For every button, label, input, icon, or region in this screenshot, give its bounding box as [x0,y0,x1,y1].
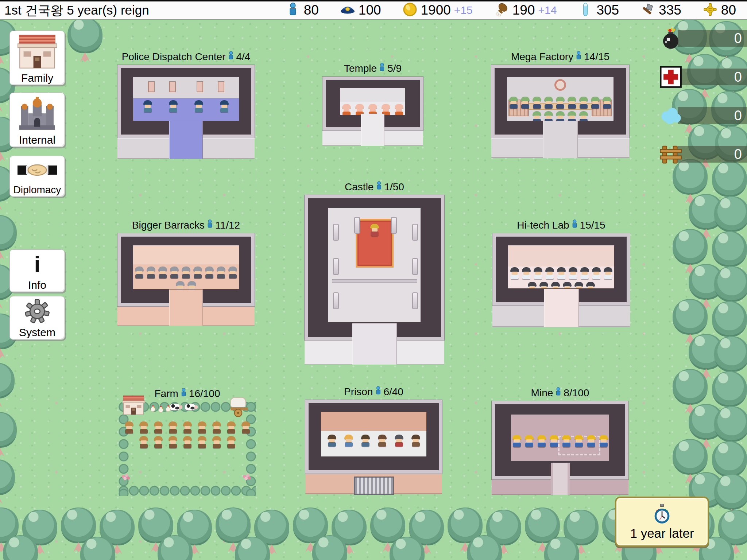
tree-decoration [544,537,579,560]
unit-farmer [241,421,251,434]
resource-food: 190+14 [494,3,557,18]
reign-title: 1st 건국왕 5 year(s) reign [0,2,149,19]
unit-face [160,271,166,274]
unit-face [557,116,563,119]
unit-body [395,112,403,115]
building-label: Police Dispatch Center4/4 [122,51,251,63]
unit-prisoner [344,435,353,447]
unit-body [169,444,177,448]
unit-soldier [193,267,202,279]
unit-face [546,116,551,119]
unit-face [196,105,202,108]
status-bar: 0 [678,69,747,85]
unit-rows [321,435,426,447]
unit-farmer [197,436,207,449]
sidebar-button-internal[interactable]: Internal [9,93,65,147]
unit-prisoner [378,435,387,447]
sidebar-button-diplomacy[interactable]: Diplomacy [9,156,65,197]
building-count: 16/100 [189,388,220,400]
unit-body [569,275,577,279]
unit-row [135,100,237,113]
unit-body [242,429,250,433]
unit-monk [381,104,391,115]
sidebar-label: System [19,327,55,338]
unit-miner [537,435,546,448]
building-hi-tech-lab[interactable]: Hi-tech Lab15/15 [492,233,630,327]
unit-body [550,443,558,447]
top-bar: 1st 건국왕 5 year(s) reign 801001900+15190+… [0,0,747,20]
building-temple[interactable]: Temple5/9 [322,77,423,146]
unit-body [562,443,570,447]
unit-body [328,442,336,447]
building-entrance [352,323,397,365]
resource-value: 80 [721,3,736,18]
unit-body [205,274,213,279]
unit-face [189,285,195,289]
unit-prisoner [394,435,404,447]
unit-face [564,439,569,443]
building-police-dispatch-center[interactable]: Police Dispatch Center4/4 [117,65,255,159]
status-fence: 0 [659,142,747,166]
unit-police [143,100,152,113]
sidebar-label: Diplomacy [13,184,61,195]
tree-decoration [80,537,115,560]
unit-body [575,443,583,447]
building-mine[interactable]: Mine8/100 [492,401,628,495]
building-name: Mega Factory [511,51,573,63]
resource-gold: 1900+15 [402,3,473,18]
unit-face [557,101,563,104]
unit-face [214,440,220,444]
unit-rows [119,421,256,449]
building-wall [321,412,426,431]
farm-bushes-left [119,402,129,496]
unit-body [183,444,191,448]
unit-body [568,104,576,109]
building-entrance [361,114,384,146]
pillar-icon [333,258,339,275]
building-mega-factory[interactable]: Mega Factory14/15 [491,65,629,158]
unit-soldier [170,267,179,279]
unit-worker [520,97,530,109]
person-count-icon [375,386,381,398]
sidebar-button-info[interactable]: iInfo [9,249,65,292]
unit-face [243,426,249,429]
unit-farmer [168,436,178,449]
status-water: 0 [659,104,747,128]
building-label: Castle1/50 [345,181,404,193]
unit-body [513,443,521,447]
building-prison[interactable]: Prison6/40 [305,400,442,494]
building-farm[interactable]: Farm16/100 [119,402,256,496]
food-icon [494,3,509,18]
unit-body [154,429,162,433]
unit-farmer [227,436,236,449]
unit-scientist [527,282,537,288]
tree-decoration [158,535,193,560]
unit-row [531,111,589,121]
unit-soldier [135,267,144,279]
wagon-sprite [229,396,249,417]
resource-value: 1900 [421,3,451,18]
resource-value: 100 [359,3,381,18]
floor-divider [332,279,417,283]
unit-face [185,426,190,429]
unit-worker [556,111,565,121]
unit-rows [507,97,614,121]
unit-face [141,440,147,444]
unit-rows [511,435,609,448]
window-icon [148,81,155,92]
unit-soldier [175,281,185,289]
medical-icon [659,66,682,88]
building-floor [511,415,609,461]
unit-body [159,274,167,279]
unit-body [194,274,202,279]
unit-body [568,119,576,121]
resource-value: 190 [512,3,535,18]
tree-decoration [467,535,502,560]
sidebar-button-system[interactable]: System [9,296,65,340]
unit-body [556,104,564,109]
building-castle[interactable]: Castle1/50 [305,195,444,365]
water-icon [659,104,682,127]
advance-year-button[interactable]: 1 year later [615,497,709,547]
sidebar-button-family[interactable]: Family [9,31,65,85]
building-bigger-barracks[interactable]: Bigger Barracks11/12 [117,233,255,326]
